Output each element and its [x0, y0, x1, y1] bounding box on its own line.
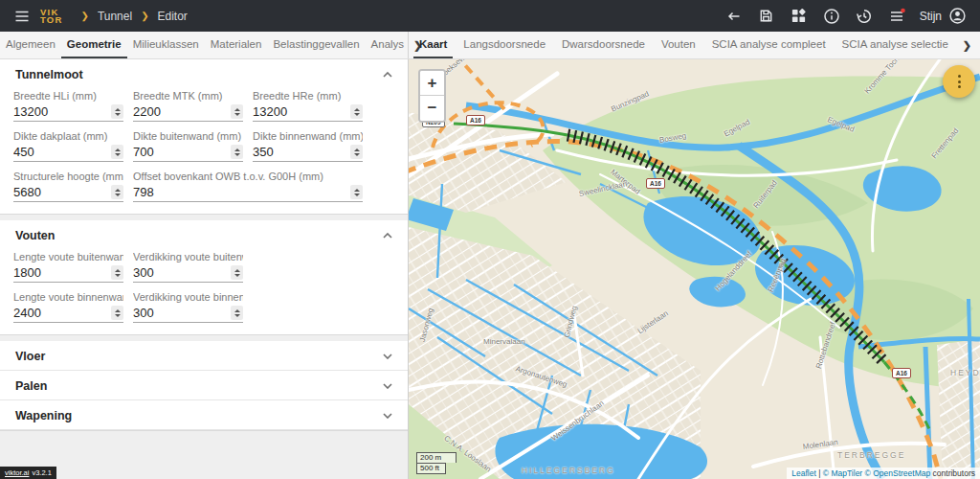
chevron-up-icon	[383, 233, 392, 239]
number-stepper[interactable]	[111, 265, 123, 280]
history-icon[interactable]	[851, 3, 878, 30]
field-lengte-voute-binnenwand: Lengte voute binnenwand (mm)	[13, 291, 123, 323]
field-label: Offset bovenkant OWB t.o.v. G00H (mm)	[133, 171, 363, 182]
section-wapening-header[interactable]: Wapening	[0, 400, 408, 430]
breedte-mtk-input[interactable]	[133, 103, 231, 120]
breedte-hre-input[interactable]	[253, 103, 350, 120]
number-stepper[interactable]	[111, 104, 123, 119]
number-stepper[interactable]	[111, 185, 123, 199]
section-palen-header[interactable]: Palen	[0, 371, 408, 400]
tab-algemeen[interactable]: Algemeen	[0, 32, 61, 58]
viktor-logo[interactable]: VIK TOR	[40, 9, 62, 24]
map-canvas[interactable]	[409, 59, 980, 479]
spinner-up-icon	[115, 108, 121, 111]
tab-dwarsdoorsnede[interactable]: Dwarsdoorsnede	[556, 32, 651, 58]
chevron-down-icon	[383, 383, 392, 389]
zoom-in-button[interactable]: +	[420, 71, 444, 96]
chevron-right-icon[interactable]: ❯	[959, 32, 975, 58]
section-title: Palen	[15, 379, 47, 393]
breedte-hli-input[interactable]	[13, 103, 111, 120]
map-view[interactable]: SchiebroeksewegBunzingpadBoswegMarterpad…	[409, 59, 980, 479]
notifications-list-icon[interactable]	[883, 3, 910, 30]
dikte-dakplaat-input[interactable]	[13, 144, 111, 160]
spinner-down-icon	[354, 113, 360, 116]
tab-vouten[interactable]: Vouten	[656, 32, 702, 58]
field-label: Verdikking voute buitenwand (m...	[133, 251, 243, 262]
section-vouten: Vouten Lengte voute buitenwand (mm) Verd…	[0, 220, 408, 335]
dikte-binnenwand-input[interactable]	[253, 144, 350, 160]
dikte-buitenwand-input[interactable]	[133, 144, 231, 160]
spinner-down-icon	[115, 314, 121, 317]
spinner-down-icon	[234, 113, 240, 116]
lengte-voute-binnenwand-input[interactable]	[13, 305, 111, 321]
tab-kaart[interactable]: Kaart	[413, 32, 453, 58]
lengte-voute-buitenwand-input[interactable]	[13, 264, 111, 281]
map-attribution: Leaflet | © MapTiler © OpenStreetMap con…	[787, 468, 980, 479]
number-stepper[interactable]	[111, 145, 123, 159]
tab-scia-analyse-selectie[interactable]: SCIA analyse selectie	[836, 32, 954, 58]
field-label: Verdikking voute binnenwand (m...	[133, 291, 243, 303]
field-dikte-buitenwand: Dikte buitenwand (mm)	[133, 130, 243, 162]
offset-owb-input[interactable]	[133, 184, 350, 200]
spinner-up-icon	[234, 269, 240, 272]
structurele-hoogte-input[interactable]	[13, 184, 111, 200]
number-stepper[interactable]	[231, 104, 243, 119]
viktor-link[interactable]: viktor.ai	[5, 468, 29, 477]
spinner-down-icon	[234, 274, 240, 277]
number-stepper[interactable]	[350, 185, 363, 199]
editor-tab-bar: Algemeen Geometrie Milieuklassen Materia…	[0, 32, 409, 58]
spinner-down-icon	[354, 153, 360, 156]
tab-scia-analyse-compleet[interactable]: SCIA analyse compleet	[706, 32, 832, 58]
field-breedte-mtk: Breedte MTK (mm)	[133, 90, 243, 122]
leaflet-link[interactable]: Leaflet	[791, 468, 816, 478]
kebab-dot	[958, 85, 961, 88]
widgets-icon[interactable]	[786, 3, 813, 30]
osm-link[interactable]: © OpenStreetMap	[865, 468, 931, 478]
tab-langsdoorsnede[interactable]: Langsdoorsnede	[457, 32, 551, 58]
tab-analyse[interactable]: Analys	[366, 32, 411, 58]
maptiler-link[interactable]: © MapTiler	[823, 468, 862, 478]
tab-belastinggevallen[interactable]: Belastinggevallen	[267, 32, 365, 58]
number-stepper[interactable]	[350, 145, 363, 159]
field-label: Breedte HLi (mm)	[13, 90, 123, 102]
number-stepper[interactable]	[111, 306, 123, 320]
account-icon[interactable]	[944, 3, 970, 30]
save-icon[interactable]	[753, 3, 780, 30]
tab-geometrie[interactable]: Geometrie	[61, 32, 127, 58]
verdikking-voute-buitenwand-input[interactable]	[133, 264, 231, 281]
breadcrumb-tunnel[interactable]: Tunnel	[98, 10, 132, 23]
kebab-dot	[958, 80, 961, 83]
number-stepper[interactable]	[231, 145, 243, 159]
verdikking-voute-binnenwand-input[interactable]	[133, 305, 231, 321]
spinner-up-icon	[354, 108, 360, 111]
info-icon[interactable]	[818, 3, 845, 30]
map-actions-fab[interactable]	[943, 65, 975, 98]
tab-bars: Algemeen Geometrie Milieuklassen Materia…	[0, 32, 980, 59]
tab-materialen[interactable]: Materialen	[205, 32, 268, 58]
attribution-separator: |	[818, 468, 820, 478]
section-vouten-header[interactable]: Vouten	[0, 220, 408, 249]
version-badge: viktor.ai v3.2.1	[0, 467, 56, 479]
zoom-out-button[interactable]: −	[420, 96, 444, 121]
spinner-down-icon	[115, 194, 121, 196]
tab-milieuklassen[interactable]: Milieuklassen	[127, 32, 205, 58]
kebab-dot	[958, 75, 961, 78]
map-scale: 200 m 500 ft	[416, 452, 457, 474]
field-label: Breedte MTK (mm)	[133, 90, 243, 102]
collapsed-sections: Vloer Palen Wapening	[0, 341, 408, 431]
field-verdikking-voute-buitenwand: Verdikking voute buitenwand (m...	[133, 251, 243, 283]
section-tunnelmoot-header[interactable]: Tunnelmoot	[0, 59, 408, 88]
number-stepper[interactable]	[231, 265, 243, 280]
section-vloer-header[interactable]: Vloer	[0, 341, 408, 371]
breadcrumb-editor[interactable]: Editor	[158, 10, 188, 23]
spinner-up-icon	[234, 108, 240, 111]
number-stepper[interactable]	[231, 306, 243, 320]
menu-icon[interactable]	[10, 4, 34, 29]
field-label: Structurele hoogte (mm)	[13, 171, 123, 182]
spinner-down-icon	[234, 153, 240, 156]
spinner-down-icon	[234, 314, 240, 317]
back-icon[interactable]	[721, 3, 747, 30]
spinner-up-icon	[115, 309, 121, 312]
number-stepper[interactable]	[350, 104, 363, 119]
spinner-up-icon	[354, 148, 360, 151]
